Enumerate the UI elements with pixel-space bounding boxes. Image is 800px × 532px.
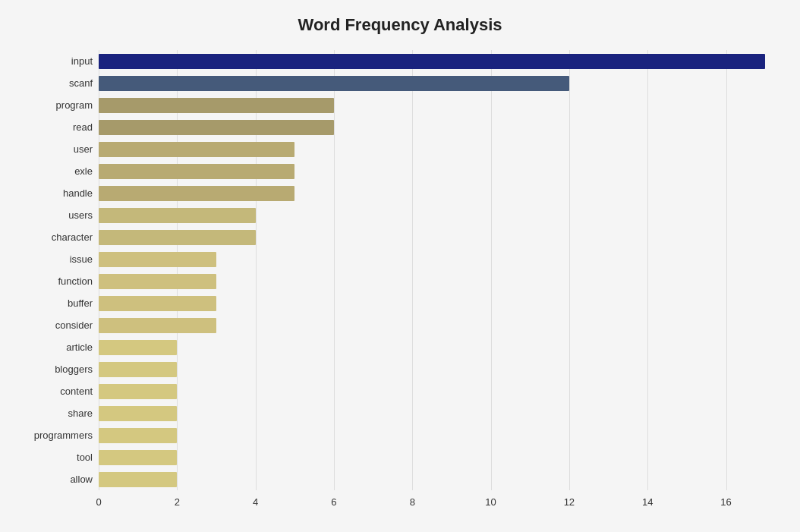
y-label: article bbox=[66, 338, 93, 357]
x-tick: 8 bbox=[410, 496, 415, 508]
y-label: exle bbox=[74, 162, 93, 181]
y-label: program bbox=[56, 96, 93, 115]
bar-row bbox=[99, 360, 785, 379]
y-label: buffer bbox=[68, 294, 93, 313]
bar-exle bbox=[99, 164, 294, 179]
grid-line bbox=[569, 50, 570, 490]
y-label: function bbox=[58, 272, 93, 291]
y-label: consider bbox=[55, 316, 93, 335]
x-tick: 16 bbox=[720, 496, 731, 508]
bar-row bbox=[99, 96, 785, 115]
bar-program bbox=[99, 98, 334, 113]
grid-line bbox=[256, 50, 257, 490]
bar-function bbox=[99, 274, 216, 289]
bar-article bbox=[99, 340, 177, 355]
x-tick: 0 bbox=[96, 496, 101, 508]
y-label: share bbox=[68, 404, 93, 423]
bar-tool bbox=[99, 450, 177, 465]
bars-grid bbox=[99, 50, 785, 490]
bar-row bbox=[99, 140, 785, 159]
bar-row bbox=[99, 206, 785, 225]
bar-content bbox=[99, 384, 177, 399]
bar-character bbox=[99, 230, 256, 245]
bar-allow bbox=[99, 472, 177, 487]
y-label: programmers bbox=[34, 426, 93, 445]
bar-read bbox=[99, 120, 334, 135]
chart-title: Word Frequency Analysis bbox=[15, 15, 785, 35]
grid-line bbox=[177, 50, 178, 490]
x-tick: 4 bbox=[253, 496, 258, 508]
x-tick: 10 bbox=[485, 496, 496, 508]
bar-programmers bbox=[99, 428, 177, 443]
bar-row bbox=[99, 74, 785, 93]
bar-row bbox=[99, 294, 785, 313]
bar-users bbox=[99, 208, 256, 223]
y-label: issue bbox=[70, 250, 93, 269]
bar-row bbox=[99, 426, 785, 445]
y-label: content bbox=[60, 382, 93, 401]
bar-row bbox=[99, 404, 785, 423]
y-axis: inputscanfprogramreaduserexlehandleusers… bbox=[15, 50, 99, 490]
bar-user bbox=[99, 142, 294, 157]
grid-line bbox=[491, 50, 492, 490]
bar-row bbox=[99, 470, 785, 490]
bar-row bbox=[99, 118, 785, 137]
grid-line bbox=[726, 50, 727, 490]
grid-line bbox=[99, 50, 99, 490]
x-axis: 0246810121416 bbox=[99, 496, 785, 512]
x-tick: 12 bbox=[564, 496, 575, 508]
bar-scanf bbox=[99, 76, 569, 91]
y-label: allow bbox=[70, 470, 93, 490]
y-label: handle bbox=[63, 184, 93, 203]
grid-line bbox=[412, 50, 413, 490]
bar-row bbox=[99, 52, 785, 71]
y-label: scanf bbox=[69, 74, 93, 93]
bar-row bbox=[99, 184, 785, 203]
y-label: character bbox=[52, 228, 93, 247]
grid-line bbox=[647, 50, 648, 490]
y-label: user bbox=[74, 140, 93, 159]
grid-lines bbox=[99, 50, 785, 490]
x-tick: 2 bbox=[175, 496, 180, 508]
bar-row bbox=[99, 448, 785, 467]
chart-container: Word Frequency Analysis inputscanfprogra… bbox=[0, 0, 800, 532]
y-label: bloggers bbox=[55, 360, 93, 379]
bar-row bbox=[99, 272, 785, 291]
bar-issue bbox=[99, 252, 216, 267]
bar-buffer bbox=[99, 296, 216, 311]
bar-row bbox=[99, 228, 785, 247]
chart-area: inputscanfprogramreaduserexlehandleusers… bbox=[15, 50, 785, 490]
bar-input bbox=[99, 54, 765, 69]
bar-row bbox=[99, 162, 785, 181]
y-label: tool bbox=[77, 448, 93, 467]
bar-row bbox=[99, 338, 785, 357]
y-label: input bbox=[71, 52, 93, 71]
bar-consider bbox=[99, 318, 216, 333]
bar-share bbox=[99, 406, 177, 421]
y-label: users bbox=[68, 206, 93, 225]
grid-line bbox=[334, 50, 335, 490]
bar-row bbox=[99, 250, 785, 269]
x-tick: 14 bbox=[642, 496, 653, 508]
bar-row bbox=[99, 382, 785, 401]
y-label: read bbox=[73, 118, 93, 137]
x-tick: 6 bbox=[331, 496, 336, 508]
bar-bloggers bbox=[99, 362, 177, 377]
bar-handle bbox=[99, 186, 294, 201]
bar-row bbox=[99, 316, 785, 335]
